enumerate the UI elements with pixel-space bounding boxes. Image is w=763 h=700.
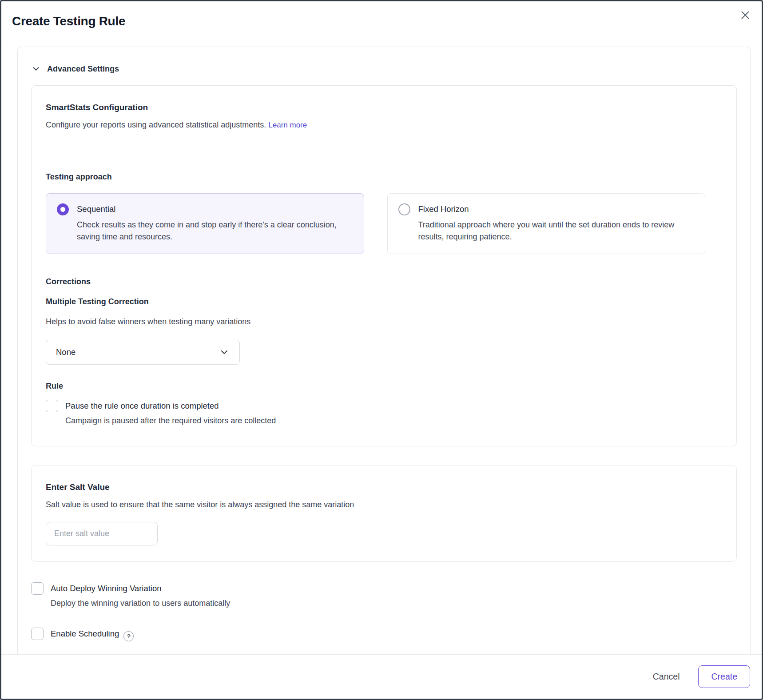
radio-card-sequential[interactable]: Sequential Check results as they come in… <box>46 193 364 254</box>
chevron-down-icon <box>219 347 230 358</box>
chevron-down-icon <box>31 64 41 74</box>
modal-header: Create Testing Rule <box>1 1 762 41</box>
close-icon <box>739 9 751 21</box>
smartstats-description-text: Configure your reports using advanced st… <box>46 120 266 129</box>
pause-rule-label[interactable]: Pause the rule once duration is complete… <box>65 400 219 411</box>
enable-scheduling-checkbox[interactable] <box>31 628 44 640</box>
auto-deploy-checkbox[interactable] <box>31 582 44 595</box>
testing-approach-options: Sequential Check results as they come in… <box>46 193 705 254</box>
radio-label-sequential: Sequential <box>77 204 115 214</box>
page-title: Create Testing Rule <box>12 14 125 28</box>
question-mark-icon[interactable]: ? <box>123 631 134 641</box>
salt-value-card: Enter Salt Value Salt value is used to e… <box>31 465 737 562</box>
rule-heading: Rule <box>46 382 722 391</box>
radio-selected-icon[interactable] <box>57 203 69 215</box>
auto-deploy-label[interactable]: Auto Deploy Winning Variation <box>51 582 162 593</box>
radio-unselected-icon[interactable] <box>398 203 410 215</box>
enable-scheduling-row: Enable Scheduling? <box>31 628 737 641</box>
corrections-heading: Corrections <box>46 277 722 286</box>
correction-helper-text: Helps to avoid false winners when testin… <box>46 317 722 326</box>
multiple-testing-correction-heading: Multiple Testing Correction <box>46 297 722 306</box>
select-value: None <box>56 347 76 357</box>
close-button[interactable] <box>738 8 753 23</box>
testing-approach-label: Testing approach <box>46 172 722 182</box>
smartstats-card: SmartStats Configuration Configure your … <box>31 85 737 446</box>
section-divider <box>46 150 722 150</box>
radio-card-fixed-horizon[interactable]: Fixed Horizon Traditional approach where… <box>387 193 706 254</box>
enable-scheduling-label-text: Enable Scheduling <box>51 629 119 638</box>
create-button[interactable]: Create <box>698 665 750 688</box>
create-testing-rule-modal: Create Testing Rule Advanced Settings <box>0 0 763 700</box>
multiple-testing-correction-select[interactable]: None <box>46 340 240 365</box>
radio-label-fixed-horizon: Fixed Horizon <box>418 204 469 214</box>
salt-description: Salt value is used to ensure that the sa… <box>46 499 722 510</box>
advanced-settings-label: Advanced Settings <box>47 64 119 74</box>
advanced-settings-card: Advanced Settings SmartStats Configurati… <box>17 47 751 654</box>
pause-rule-description: Campaign is paused after the required vi… <box>65 416 722 426</box>
radio-line-sequential: Sequential <box>57 203 353 215</box>
modal-body: Advanced Settings SmartStats Configurati… <box>1 41 762 654</box>
radio-description-fixed-horizon: Traditional approach where you wait unti… <box>418 219 695 243</box>
auto-deploy-description: Deploy the winning variation to users au… <box>51 599 737 608</box>
salt-title: Enter Salt Value <box>46 482 722 492</box>
radio-description-sequential: Check results as they come in and stop e… <box>77 219 353 243</box>
learn-more-link[interactable]: Learn more <box>268 121 307 129</box>
enable-scheduling-label[interactable]: Enable Scheduling? <box>51 628 134 641</box>
radio-line-fixed-horizon: Fixed Horizon <box>398 203 695 215</box>
cancel-button[interactable]: Cancel <box>650 667 683 686</box>
salt-value-input[interactable] <box>46 522 158 545</box>
modal-footer: Cancel Create <box>1 654 762 699</box>
auto-deploy-row: Auto Deploy Winning Variation <box>31 582 737 595</box>
smartstats-description: Configure your reports using advanced st… <box>46 119 722 131</box>
pause-rule-row: Pause the rule once duration is complete… <box>46 400 722 412</box>
advanced-settings-toggle[interactable]: Advanced Settings <box>31 64 119 74</box>
pause-rule-checkbox[interactable] <box>46 400 58 412</box>
smartstats-title: SmartStats Configuration <box>46 103 722 112</box>
